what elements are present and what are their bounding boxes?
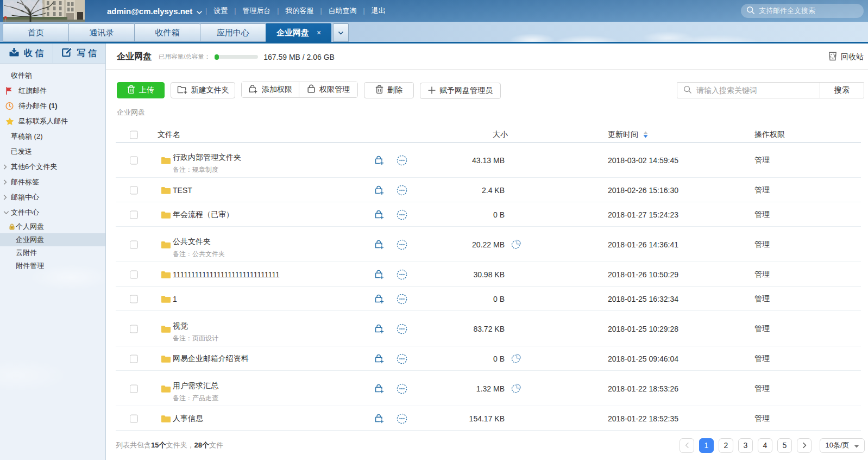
- pager-page-3[interactable]: 3: [738, 438, 753, 453]
- add-permission-icon[interactable]: [374, 269, 385, 279]
- file-permission[interactable]: 管理: [754, 240, 770, 250]
- more-actions-icon[interactable]: [397, 209, 407, 220]
- pager-prev[interactable]: [680, 438, 694, 453]
- topbar-link[interactable]: 退出: [372, 6, 386, 16]
- more-actions-icon[interactable]: [397, 269, 407, 280]
- sidebar-item-草稿箱2[interactable]: 草稿箱 (2): [0, 129, 105, 144]
- row-checkbox[interactable]: [130, 384, 138, 393]
- more-actions-icon[interactable]: [397, 155, 407, 166]
- tab-首页[interactable]: 首页: [3, 23, 68, 42]
- sort-icon[interactable]: [643, 131, 649, 138]
- pager-page-1[interactable]: 1: [699, 438, 714, 453]
- row-checkbox[interactable]: [130, 270, 138, 278]
- file-name[interactable]: 年会流程（已审）: [173, 210, 234, 220]
- more-actions-icon[interactable]: [397, 324, 407, 334]
- row-checkbox[interactable]: [130, 325, 138, 333]
- 删除-button[interactable]: 删除: [364, 82, 414, 98]
- account-menu[interactable]: admin@cm.elysys.net: [107, 0, 202, 22]
- file-name[interactable]: 人事信息: [173, 414, 203, 424]
- compose-button[interactable]: 写 信: [53, 43, 106, 63]
- sidebar-item-待办邮件[interactable]: 待办邮件 (1): [0, 98, 105, 114]
- add-permission-icon[interactable]: [374, 185, 385, 195]
- file-name[interactable]: 行政内部管理文件夹: [173, 153, 241, 163]
- file-permission[interactable]: 管理: [754, 324, 770, 334]
- mail-global-search[interactable]: 支持邮件全文搜索: [741, 4, 864, 18]
- topbar-link[interactable]: 设置: [213, 6, 228, 16]
- sidebar-item-文件中心[interactable]: 文件中心: [0, 205, 105, 220]
- row-checkbox[interactable]: [130, 355, 138, 363]
- file-permission[interactable]: 管理: [754, 354, 770, 364]
- file-name[interactable]: 网易企业邮箱介绍资料: [173, 354, 249, 364]
- upload-button[interactable]: 上传: [117, 82, 165, 98]
- more-actions-icon[interactable]: [397, 413, 407, 424]
- file-name[interactable]: 用户需求汇总: [173, 381, 218, 391]
- topbar-link[interactable]: 自助查询: [329, 6, 357, 16]
- recycle-bin-button[interactable]: 回收站: [828, 52, 864, 63]
- 权限管理-button[interactable]: 权限管理: [299, 82, 357, 97]
- tab-close-icon[interactable]: ×: [317, 28, 321, 37]
- row-checkbox[interactable]: [130, 414, 138, 422]
- topbar-link[interactable]: 管理后台: [242, 6, 271, 16]
- row-checkbox[interactable]: [130, 295, 138, 303]
- receive-mail-button[interactable]: 收 信: [0, 43, 53, 63]
- sidebar-item-邮箱中心[interactable]: 邮箱中心: [0, 190, 105, 205]
- file-permission[interactable]: 管理: [754, 210, 770, 220]
- add-permission-icon[interactable]: [374, 239, 385, 250]
- 赋予网盘管理员-button[interactable]: 赋予网盘管理员: [420, 83, 501, 99]
- row-checkbox[interactable]: [130, 156, 138, 164]
- add-permission-icon[interactable]: [374, 294, 385, 304]
- sidebar-item-红旗邮件[interactable]: 红旗邮件: [0, 83, 105, 98]
- more-actions-icon[interactable]: [397, 383, 407, 394]
- add-permission-icon[interactable]: [374, 155, 385, 165]
- file-name[interactable]: TEST: [173, 186, 192, 195]
- file-permission[interactable]: 管理: [754, 414, 770, 424]
- sidebar-item-其他6个文件夹[interactable]: 其他6个文件夹: [0, 159, 105, 175]
- file-name[interactable]: 公共文件夹: [173, 237, 211, 247]
- quota-pie-icon[interactable]: [511, 353, 521, 364]
- sidebar-item-企业网盘[interactable]: 企业网盘: [0, 233, 105, 246]
- sidebar-item-云附件[interactable]: 云附件: [0, 246, 105, 259]
- topbar-link[interactable]: 我的客服: [285, 6, 313, 16]
- tab-应用中心[interactable]: 应用中心: [200, 23, 266, 42]
- file-permission[interactable]: 管理: [754, 270, 770, 279]
- select-all-checkbox[interactable]: [130, 130, 138, 139]
- file-name[interactable]: 1: [173, 295, 177, 303]
- file-name[interactable]: 视觉: [173, 321, 188, 331]
- quota-pie-icon[interactable]: [511, 239, 521, 250]
- file-permission[interactable]: 管理: [754, 384, 770, 394]
- sidebar-item-邮件标签[interactable]: 邮件标签: [0, 175, 105, 190]
- tab-企业网盘[interactable]: 企业网盘×: [266, 23, 331, 42]
- file-permission[interactable]: 管理: [754, 185, 770, 195]
- sidebar-item-个人网盘[interactable]: 个人网盘: [0, 220, 105, 233]
- row-checkbox[interactable]: [130, 186, 138, 194]
- sidebar-item-已发送[interactable]: 已发送: [0, 144, 105, 159]
- add-permission-icon[interactable]: [374, 413, 385, 424]
- add-permission-icon[interactable]: [374, 383, 385, 394]
- pager-next[interactable]: [797, 438, 812, 453]
- disk-search-input[interactable]: [696, 86, 810, 95]
- sidebar-item-收件箱[interactable]: 收件箱: [0, 68, 105, 83]
- pager-page-5[interactable]: 5: [777, 438, 792, 453]
- more-actions-icon[interactable]: [397, 239, 407, 250]
- add-permission-icon[interactable]: [374, 353, 385, 364]
- file-permission[interactable]: 管理: [754, 294, 770, 304]
- tab-list-dropdown[interactable]: [333, 23, 349, 42]
- row-checkbox[interactable]: [130, 210, 138, 219]
- file-permission[interactable]: 管理: [754, 156, 770, 165]
- sidebar-item-星标联系人邮件[interactable]: 星标联系人邮件: [0, 114, 105, 129]
- row-checkbox[interactable]: [130, 240, 138, 248]
- more-actions-icon[interactable]: [397, 294, 407, 304]
- add-permission-icon[interactable]: [374, 324, 385, 334]
- pager-page-4[interactable]: 4: [758, 438, 772, 453]
- file-name[interactable]: 11111111111111111111111111111: [173, 270, 280, 279]
- 新建文件夹-button[interactable]: 新建文件夹: [171, 82, 235, 98]
- breadcrumb[interactable]: 企业网盘: [106, 108, 868, 116]
- quota-pie-icon[interactable]: [511, 383, 521, 394]
- sidebar-item-附件管理[interactable]: 附件管理: [0, 259, 105, 272]
- column-time[interactable]: 更新时间: [608, 130, 649, 140]
- disk-search-button[interactable]: 搜索: [820, 83, 864, 98]
- 添加权限-button[interactable]: 添加权限: [242, 82, 299, 97]
- pager-page-2[interactable]: 2: [719, 438, 733, 453]
- more-actions-icon[interactable]: [397, 353, 407, 364]
- page-size-select[interactable]: 10条/页: [820, 438, 865, 453]
